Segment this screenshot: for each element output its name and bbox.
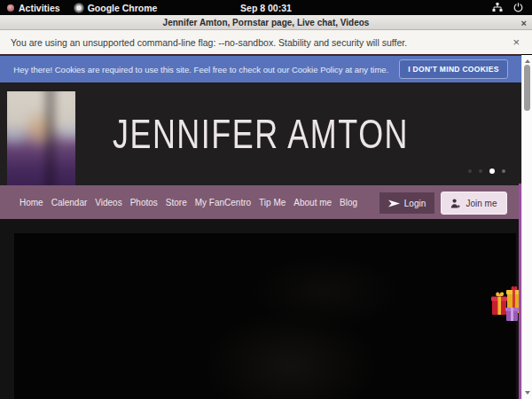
activities-button[interactable]: Activities <box>0 0 67 15</box>
main-nav: Home Calendar Videos Photos Store My Fan… <box>0 185 521 219</box>
carousel-dots <box>468 168 505 174</box>
join-person-icon <box>450 199 461 208</box>
join-button[interactable]: Join me <box>441 192 507 215</box>
cookie-message: Hey there! Cookies are required to use t… <box>13 65 388 74</box>
nav-item-aboutme[interactable]: About me <box>293 198 332 207</box>
network-icon[interactable] <box>492 3 503 12</box>
activities-label: Activities <box>19 3 60 13</box>
window-title: Jennifer Amton, Pornstar page, Live chat… <box>163 18 370 27</box>
web-page: Hey there! Cookies are required to use t… <box>0 56 521 399</box>
carousel-dot[interactable] <box>468 169 472 173</box>
carousel-dot[interactable] <box>502 169 505 173</box>
nav-item-store[interactable]: Store <box>166 198 187 207</box>
site-title: JENNIFER AMTON <box>58 114 465 153</box>
window-close-icon[interactable]: × <box>521 15 527 30</box>
nav-item-blog[interactable]: Blog <box>340 198 357 207</box>
infobar-message: You are using an unsupported command-lin… <box>11 37 407 48</box>
cookie-accept-button[interactable]: I DON'T MIND COOKIES <box>399 59 507 79</box>
system-tray <box>492 3 532 12</box>
scrollbar-thumb[interactable] <box>524 65 530 111</box>
desktop: Activities Google Chrome Sep 8 00:31 <box>0 0 532 399</box>
player-section <box>0 219 521 399</box>
login-label: Login <box>404 199 426 208</box>
nav-item-home[interactable]: Home <box>20 198 43 207</box>
nav-item-photos[interactable]: Photos <box>130 198 158 207</box>
activities-indicator-icon <box>7 4 14 12</box>
login-arrow-icon <box>388 200 400 207</box>
nav-item-calendar[interactable]: Calendar <box>51 198 88 207</box>
chrome-icon <box>74 4 83 12</box>
carousel-dot[interactable] <box>479 169 482 173</box>
gnome-top-bar: Activities Google Chrome Sep 8 00:31 <box>0 0 532 15</box>
scrollbar-up-icon[interactable] <box>525 59 530 63</box>
flag-infobar: You are using an unsupported command-lin… <box>0 30 532 54</box>
join-label: Join me <box>466 199 497 208</box>
app-menu-label: Google Chrome <box>88 3 158 13</box>
scrollbar-track[interactable] <box>521 55 532 399</box>
window-titlebar: Jennifer Amton, Pornstar page, Live chat… <box>0 15 532 30</box>
nav-item-tipme[interactable]: Tip Me <box>259 198 286 207</box>
video-player[interactable] <box>14 233 516 399</box>
app-menu-button[interactable]: Google Chrome <box>67 0 165 15</box>
infobar-close-icon[interactable]: × <box>512 35 521 49</box>
gift-boxes-icon[interactable] <box>489 285 521 325</box>
power-icon[interactable] <box>513 3 523 12</box>
cookie-banner: Hey there! Cookies are required to use t… <box>0 56 521 82</box>
nav-item-videos[interactable]: Videos <box>95 198 121 207</box>
nav-item-fancentro[interactable]: My FanCentro <box>195 198 251 207</box>
site-header: JENNIFER AMTON <box>0 82 521 185</box>
scrollbar-down-icon[interactable] <box>525 391 530 395</box>
carousel-dot-active[interactable] <box>489 168 495 174</box>
login-button[interactable]: Login <box>379 192 434 214</box>
